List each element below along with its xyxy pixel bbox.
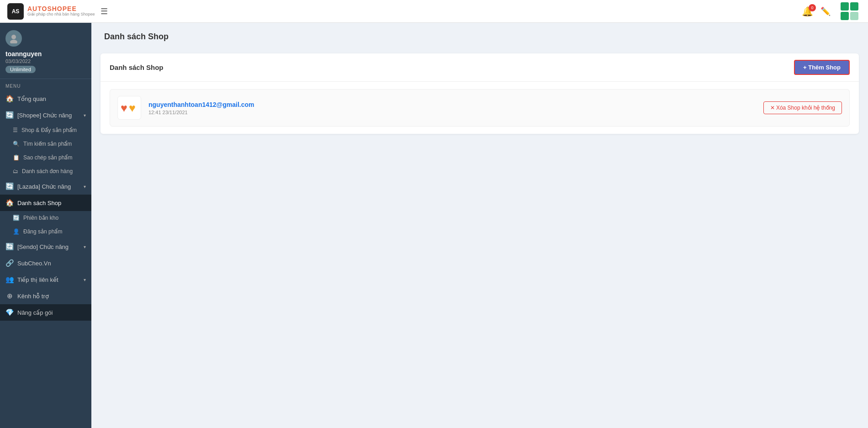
sidebar-date: 03/03/2022 [5, 58, 86, 64]
sidebar-username: toannguyen [5, 50, 86, 58]
sidebar-user-section: toannguyen 03/03/2022 Unlimited [0, 23, 91, 79]
hamburger-button[interactable]: ☰ [101, 6, 108, 16]
shop-time: 12:41 23/11/2021 [148, 110, 756, 115]
sidebar-label-danh-sach-shop: Danh sách Shop [17, 200, 61, 206]
affiliate-icon: 👥 [5, 275, 14, 284]
svg-point-0 [11, 35, 16, 39]
shop-home-icon: 🏠 [5, 199, 14, 207]
brand-name: AUTOSHOPEE [27, 5, 95, 12]
topbar: AS AUTOSHOPEE Giải pháp cho nhà bán hàng… [0, 0, 868, 23]
support-icon: ⊕ [5, 292, 14, 300]
sidebar-item-danh-sach-shop[interactable]: 🏠 Danh sách Shop [0, 195, 91, 211]
sidebar: toannguyen 03/03/2022 Unlimited MENU 🏠 T… [0, 23, 91, 428]
delete-shop-button[interactable]: ✕ Xóa Shop khỏi hệ thống [763, 101, 842, 114]
sidebar-item-subcheo[interactable]: 🔗 SubCheo.Vn [0, 255, 91, 271]
sidebar-item-shopee-chuc-nang[interactable]: 🔄 [Shopee] Chức năng ▾ [0, 107, 91, 123]
sidebar-label-tim-kiem: Tìm kiếm sản phẩm [23, 141, 72, 147]
sidebar-label-lazada: [Lazada] Chức năng [17, 183, 71, 190]
topbar-right: 🔔 0 ✏️ [802, 2, 861, 21]
svg-text:♥: ♥ [129, 101, 136, 114]
copy-icon: 📋 [13, 154, 20, 161]
logo: AS AUTOSHOPEE Giải pháp cho nhà bán hàng… [7, 3, 95, 20]
sidebar-menu-label: MENU [0, 79, 91, 90]
sidebar-label-sendo: [Sendo] Chức năng [17, 243, 69, 250]
brand-tagline: Giải pháp cho nhà bán hàng Shopee [27, 12, 95, 17]
shop-list: ♥ ♥ nguyenthanhtoan1412@gmail.com 12:41 … [101, 82, 859, 134]
chevron-down-icon-3: ▾ [84, 244, 86, 249]
sidebar-item-tong-quan[interactable]: 🏠 Tổng quan [0, 90, 91, 107]
sidebar-item-nang-cap-goi[interactable]: 💎 Nâng cấp gói [0, 304, 91, 321]
brand-squares [841, 2, 858, 20]
list-icon: ☰ [13, 127, 18, 133]
notification-badge: 0 [809, 4, 816, 11]
shop-info: nguyenthanhtoan1412@gmail.com 12:41 23/1… [148, 101, 756, 115]
sidebar-item-phien-ban-kho[interactable]: 🔄 Phiên bản kho [0, 211, 91, 225]
svg-point-1 [10, 40, 17, 43]
lazada-icon: 🔄 [5, 182, 14, 190]
subcheo-icon: 🔗 [5, 259, 14, 267]
sidebar-label-subcheo: SubCheo.Vn [17, 260, 51, 267]
logo-icon: AS [7, 3, 24, 20]
sidebar-item-dang-san-pham[interactable]: 👤 Đăng sản phẩm [0, 225, 91, 238]
topbar-left: AS AUTOSHOPEE Giải pháp cho nhà bán hàng… [7, 3, 108, 20]
chevron-down-icon-4: ▾ [84, 277, 86, 282]
warehouse-icon: 🔄 [13, 215, 20, 221]
brand-sq-4 [850, 12, 858, 20]
shop-email: nguyenthanhtoan1412@gmail.com [148, 101, 756, 108]
chevron-down-icon: ▾ [84, 113, 86, 118]
svg-text:♥: ♥ [121, 101, 127, 114]
brand-sq-1 [841, 2, 849, 11]
sidebar-label-tiep-thi: Tiếp thị liên kết [17, 276, 58, 283]
layout: toannguyen 03/03/2022 Unlimited MENU 🏠 T… [0, 23, 868, 428]
search-icon: 🔍 [13, 141, 20, 147]
sidebar-label-phien-ban-kho: Phiên bản kho [23, 215, 58, 221]
sidebar-label-shop-day: Shop & Đẩy sản phẩm [21, 127, 77, 133]
sidebar-item-tiep-thi[interactable]: 👥 Tiếp thị liên kết ▾ [0, 271, 91, 288]
brand-sq-2 [850, 2, 858, 11]
avatar [5, 30, 22, 47]
diamond-icon: 💎 [5, 308, 14, 317]
chevron-down-icon-2: ▾ [84, 184, 86, 189]
page-header: Danh sách Shop [91, 23, 868, 46]
upload-icon: 👤 [13, 228, 20, 235]
pencil-icon[interactable]: ✏️ [820, 6, 831, 16]
sidebar-label-dang-san-pham: Đăng sản phẩm [23, 228, 62, 235]
card-title: Danh sách Shop [110, 63, 164, 71]
brand-sq-3 [841, 12, 849, 20]
sidebar-label-don-hang: Danh sách đơn hàng [22, 168, 73, 174]
sidebar-label-shopee: [Shopee] Chức năng [17, 112, 72, 119]
page-title: Danh sách Shop [104, 32, 169, 41]
sidebar-label-sao-chep: Sao chép sản phẩm [23, 154, 72, 161]
logo-text: AUTOSHOPEE Giải pháp cho nhà bán hàng Sh… [27, 5, 95, 17]
sidebar-item-sao-chep[interactable]: 📋 Sao chép sản phẩm [0, 151, 91, 164]
card-header: Danh sách Shop + Thêm Shop [101, 53, 859, 82]
sidebar-item-kenh-ho-tro[interactable]: ⊕ Kênh hỗ trợ [0, 288, 91, 304]
sidebar-label-nang-cap-goi: Nâng cấp gói [17, 309, 53, 316]
shopee-icon: 🔄 [5, 111, 14, 119]
sidebar-item-danh-sach-don-hang[interactable]: 🗂 Danh sách đơn hàng [0, 164, 91, 178]
add-shop-button[interactable]: + Thêm Shop [794, 60, 850, 75]
sidebar-badge: Unlimited [5, 66, 36, 73]
sidebar-label-kenh-ho-tro: Kênh hỗ trợ [17, 293, 49, 300]
brand-logo [838, 2, 861, 21]
sidebar-item-lazada-chuc-nang[interactable]: 🔄 [Lazada] Chức năng ▾ [0, 178, 91, 195]
home-icon: 🏠 [5, 95, 14, 103]
sidebar-item-tim-kiem[interactable]: 🔍 Tìm kiếm sản phẩm [0, 137, 91, 151]
main-content: Danh sách Shop Danh sách Shop + Thêm Sho… [91, 23, 868, 428]
orders-icon: 🗂 [13, 168, 18, 174]
notification-button[interactable]: 🔔 0 [802, 6, 813, 17]
sidebar-item-sendo-chuc-nang[interactable]: 🔄 [Sendo] Chức năng ▾ [0, 238, 91, 255]
content-card: Danh sách Shop + Thêm Shop ♥ ♥ nguyentha… [101, 53, 859, 134]
sidebar-label-tong-quan: Tổng quan [17, 95, 46, 102]
sidebar-item-shop-day-san-pham[interactable]: ☰ Shop & Đẩy sản phẩm [0, 123, 91, 137]
sendo-icon: 🔄 [5, 243, 14, 251]
shop-logo: ♥ ♥ [117, 96, 141, 120]
shop-item: ♥ ♥ nguyenthanhtoan1412@gmail.com 12:41 … [110, 89, 850, 127]
